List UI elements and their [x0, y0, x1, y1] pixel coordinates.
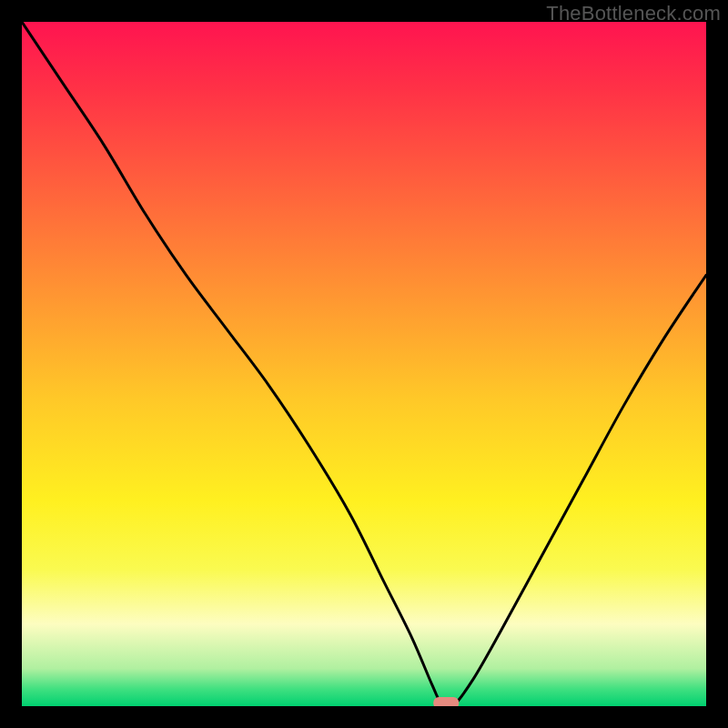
optimum-marker	[433, 697, 459, 706]
plot-area	[22, 22, 706, 706]
watermark-text: TheBottleneck.com	[546, 2, 721, 25]
chart-frame: TheBottleneck.com	[0, 0, 728, 728]
chart-svg	[22, 22, 706, 706]
gradient-background	[22, 22, 706, 706]
